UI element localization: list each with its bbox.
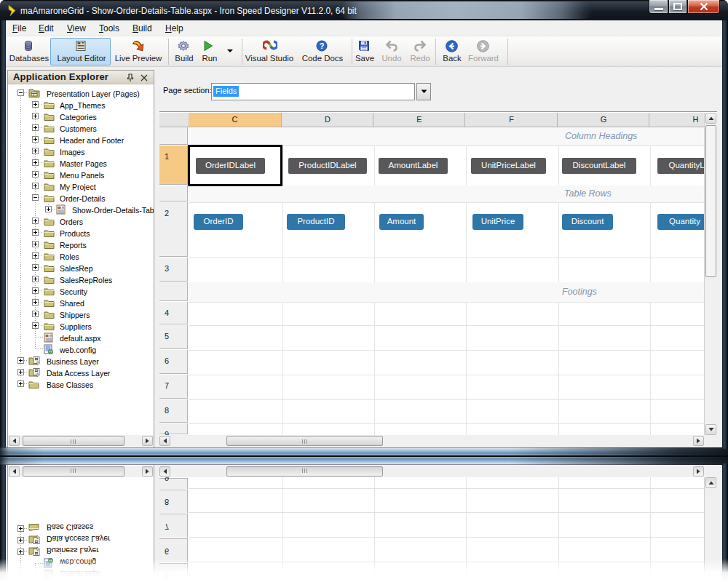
svg-text:?: ? [320,41,325,50]
